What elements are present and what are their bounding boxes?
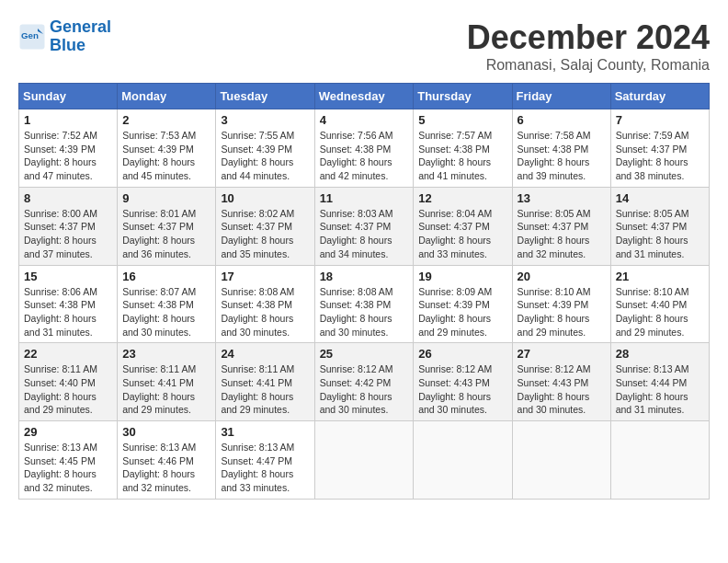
title-block: December 2024 Romanasi, Salaj County, Ro… (467, 18, 710, 74)
day-number: 2 (122, 113, 210, 127)
day-number: 12 (418, 191, 506, 205)
calendar-cell: 31 Sunrise: 8:13 AM Sunset: 4:47 PM Dayl… (216, 421, 314, 500)
day-info: Sunrise: 8:12 AM Sunset: 4:43 PM Dayligh… (418, 362, 506, 417)
day-number: 13 (518, 191, 606, 205)
calendar-table: SundayMondayTuesdayWednesdayThursdayFrid… (18, 83, 710, 500)
calendar-week-4: 22 Sunrise: 8:11 AM Sunset: 4:40 PM Dayl… (19, 343, 710, 421)
day-info: Sunrise: 7:53 AM Sunset: 4:39 PM Dayligh… (122, 129, 210, 183)
day-number: 23 (122, 347, 210, 361)
weekday-header-saturday: Saturday (610, 84, 709, 109)
day-number: 29 (24, 425, 112, 439)
day-number: 18 (320, 270, 409, 283)
weekday-header-tuesday: Tuesday (216, 84, 314, 109)
calendar-cell: 20 Sunrise: 8:10 AM Sunset: 4:39 PM Dayl… (512, 265, 610, 343)
logo-blue: Blue (50, 36, 85, 54)
calendar-cell: 13 Sunrise: 8:05 AM Sunset: 4:37 PM Dayl… (512, 187, 610, 265)
day-info: Sunrise: 8:00 AM Sunset: 4:37 PM Dayligh… (24, 207, 112, 261)
weekday-header-monday: Monday (118, 84, 216, 109)
day-number: 8 (24, 191, 112, 205)
calendar-cell: 15 Sunrise: 8:06 AM Sunset: 4:38 PM Dayl… (19, 265, 118, 343)
calendar-cell: 18 Sunrise: 8:08 AM Sunset: 4:38 PM Dayl… (314, 265, 414, 343)
day-info: Sunrise: 8:08 AM Sunset: 4:38 PM Dayligh… (221, 285, 309, 339)
calendar-week-1: 1 Sunrise: 7:52 AM Sunset: 4:39 PM Dayli… (19, 109, 710, 188)
calendar-week-5: 29 Sunrise: 8:13 AM Sunset: 4:45 PM Dayl… (19, 421, 710, 500)
logo-icon: Gen (18, 23, 46, 51)
day-number: 27 (518, 347, 606, 361)
day-info: Sunrise: 7:56 AM Sunset: 4:38 PM Dayligh… (320, 129, 409, 183)
day-info: Sunrise: 8:07 AM Sunset: 4:38 PM Dayligh… (122, 285, 210, 339)
calendar-cell: 30 Sunrise: 8:13 AM Sunset: 4:46 PM Dayl… (118, 421, 216, 500)
day-info: Sunrise: 8:09 AM Sunset: 4:39 PM Dayligh… (418, 285, 506, 339)
day-info: Sunrise: 7:57 AM Sunset: 4:38 PM Dayligh… (418, 129, 506, 183)
page-subtitle: Romanasi, Salaj County, Romania (467, 57, 710, 74)
day-number: 16 (122, 270, 210, 283)
day-number: 31 (221, 425, 309, 439)
day-number: 26 (418, 347, 506, 361)
logo-general: General (50, 17, 111, 36)
calendar-cell (610, 421, 709, 500)
day-info: Sunrise: 7:52 AM Sunset: 4:39 PM Dayligh… (24, 129, 112, 183)
calendar-cell: 21 Sunrise: 8:10 AM Sunset: 4:40 PM Dayl… (610, 265, 709, 343)
day-info: Sunrise: 8:03 AM Sunset: 4:37 PM Dayligh… (320, 207, 409, 261)
calendar-cell: 2 Sunrise: 7:53 AM Sunset: 4:39 PM Dayli… (118, 109, 216, 188)
day-info: Sunrise: 8:11 AM Sunset: 4:41 PM Dayligh… (221, 362, 309, 417)
calendar-cell: 23 Sunrise: 8:11 AM Sunset: 4:41 PM Dayl… (118, 343, 216, 421)
calendar-cell: 24 Sunrise: 8:11 AM Sunset: 4:41 PM Dayl… (216, 343, 314, 421)
calendar-cell: 25 Sunrise: 8:12 AM Sunset: 4:42 PM Dayl… (314, 343, 414, 421)
calendar-cell: 4 Sunrise: 7:56 AM Sunset: 4:38 PM Dayli… (314, 109, 414, 188)
day-info: Sunrise: 8:12 AM Sunset: 4:42 PM Dayligh… (320, 362, 409, 417)
weekday-header-friday: Friday (512, 84, 610, 109)
day-number: 4 (320, 113, 409, 127)
calendar-cell: 12 Sunrise: 8:04 AM Sunset: 4:37 PM Dayl… (414, 187, 512, 265)
day-info: Sunrise: 7:58 AM Sunset: 4:38 PM Dayligh… (518, 129, 606, 183)
day-info: Sunrise: 8:11 AM Sunset: 4:41 PM Dayligh… (122, 362, 210, 417)
calendar-week-2: 8 Sunrise: 8:00 AM Sunset: 4:37 PM Dayli… (19, 187, 710, 265)
day-info: Sunrise: 8:01 AM Sunset: 4:37 PM Dayligh… (122, 207, 210, 261)
day-number: 22 (24, 347, 112, 361)
calendar-cell: 9 Sunrise: 8:01 AM Sunset: 4:37 PM Dayli… (118, 187, 216, 265)
day-info: Sunrise: 8:10 AM Sunset: 4:40 PM Dayligh… (616, 285, 704, 339)
svg-text:Gen: Gen (21, 29, 39, 40)
day-number: 10 (221, 191, 309, 205)
calendar-cell: 26 Sunrise: 8:12 AM Sunset: 4:43 PM Dayl… (414, 343, 512, 421)
calendar-cell: 6 Sunrise: 7:58 AM Sunset: 4:38 PM Dayli… (512, 109, 610, 188)
day-number: 14 (616, 191, 704, 205)
calendar-cell (314, 421, 414, 500)
day-number: 19 (418, 270, 506, 283)
calendar-cell (414, 421, 512, 500)
day-number: 5 (418, 113, 506, 127)
calendar-cell (512, 421, 610, 500)
day-info: Sunrise: 8:13 AM Sunset: 4:45 PM Dayligh… (24, 441, 112, 495)
logo: Gen General Blue (18, 18, 111, 55)
weekday-header-wednesday: Wednesday (314, 84, 414, 109)
calendar-cell: 22 Sunrise: 8:11 AM Sunset: 4:40 PM Dayl… (19, 343, 118, 421)
day-number: 11 (320, 191, 409, 205)
day-number: 3 (221, 113, 309, 127)
day-number: 24 (221, 347, 309, 361)
calendar-cell: 7 Sunrise: 7:59 AM Sunset: 4:37 PM Dayli… (610, 109, 709, 188)
calendar-cell: 19 Sunrise: 8:09 AM Sunset: 4:39 PM Dayl… (414, 265, 512, 343)
day-info: Sunrise: 7:55 AM Sunset: 4:39 PM Dayligh… (221, 129, 309, 183)
calendar-cell: 10 Sunrise: 8:02 AM Sunset: 4:37 PM Dayl… (216, 187, 314, 265)
day-number: 21 (616, 270, 704, 283)
header: Gen General Blue December 2024 Romanasi,… (18, 18, 710, 74)
day-number: 30 (122, 425, 210, 439)
calendar-cell: 11 Sunrise: 8:03 AM Sunset: 4:37 PM Dayl… (314, 187, 414, 265)
day-number: 6 (518, 113, 606, 127)
calendar-cell: 1 Sunrise: 7:52 AM Sunset: 4:39 PM Dayli… (19, 109, 118, 188)
day-info: Sunrise: 8:11 AM Sunset: 4:40 PM Dayligh… (24, 362, 112, 417)
calendar-cell: 28 Sunrise: 8:13 AM Sunset: 4:44 PM Dayl… (610, 343, 709, 421)
calendar-cell: 27 Sunrise: 8:12 AM Sunset: 4:43 PM Dayl… (512, 343, 610, 421)
day-number: 7 (616, 113, 704, 127)
day-info: Sunrise: 8:04 AM Sunset: 4:37 PM Dayligh… (418, 207, 506, 261)
day-info: Sunrise: 8:12 AM Sunset: 4:43 PM Dayligh… (518, 362, 606, 417)
day-number: 28 (616, 347, 704, 361)
day-info: Sunrise: 8:06 AM Sunset: 4:38 PM Dayligh… (24, 285, 112, 339)
day-info: Sunrise: 8:13 AM Sunset: 4:46 PM Dayligh… (122, 441, 210, 495)
calendar-header-row: SundayMondayTuesdayWednesdayThursdayFrid… (19, 84, 710, 109)
day-number: 25 (320, 347, 409, 361)
day-info: Sunrise: 8:05 AM Sunset: 4:37 PM Dayligh… (616, 207, 704, 261)
day-info: Sunrise: 8:02 AM Sunset: 4:37 PM Dayligh… (221, 207, 309, 261)
day-info: Sunrise: 8:10 AM Sunset: 4:39 PM Dayligh… (518, 285, 606, 339)
calendar-week-3: 15 Sunrise: 8:06 AM Sunset: 4:38 PM Dayl… (19, 265, 710, 343)
